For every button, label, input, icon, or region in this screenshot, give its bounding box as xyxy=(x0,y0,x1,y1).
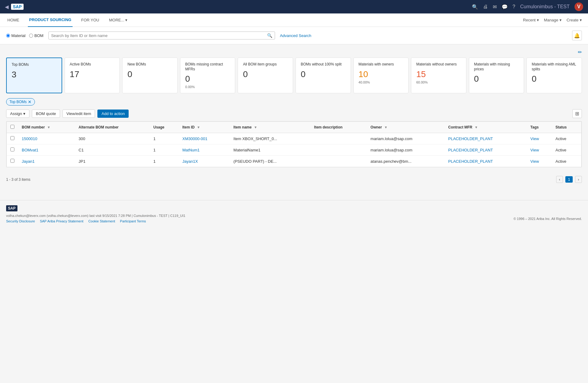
notification-bell-button[interactable]: 🔔 xyxy=(572,31,582,40)
print-icon[interactable]: 🖨 xyxy=(483,4,488,9)
back-button[interactable]: ◀ xyxy=(5,4,9,10)
cell-item-name: Item XBOX_SHORT_0... xyxy=(230,133,310,144)
filter-tag-top-boms[interactable]: Top BOMs ✕ xyxy=(6,98,35,106)
tile-new-boms[interactable]: New BOMs 0 xyxy=(122,58,178,93)
assign-button[interactable]: Assign ▾ xyxy=(6,110,29,118)
material-radio[interactable] xyxy=(6,34,10,38)
cell-owner: atanas.penchev@bm... xyxy=(367,156,445,167)
recent-dropdown[interactable]: Recent ▾ xyxy=(523,18,539,22)
top-navigation: ◀ SAP 🔍 🖨 ✉ 💬 ? Cumulonimbus - TEST V xyxy=(0,0,588,13)
sap-ariba-privacy-link[interactable]: SAP Ariba Privacy Statement xyxy=(40,219,83,223)
edit-tiles-icon[interactable]: ✏ xyxy=(578,49,582,55)
search-input-wrapper: 🔍 xyxy=(48,32,275,39)
row-checkbox[interactable] xyxy=(10,159,14,163)
filter-tag-close-icon[interactable]: ✕ xyxy=(28,99,32,104)
row-checkbox[interactable] xyxy=(10,147,14,151)
tile-boms-without-100-split[interactable]: BOMs without 100% split 0 xyxy=(296,58,351,93)
contract-mfr-filter-icon[interactable]: ▼ xyxy=(475,125,478,129)
cell-usage: 1 xyxy=(150,144,179,156)
bom-number-link[interactable]: BOMvat1 xyxy=(22,148,38,152)
nav-more[interactable]: MORE... ▾ xyxy=(108,13,129,27)
cell-bom-number: Jayan1 xyxy=(18,156,75,167)
row-checkbox[interactable] xyxy=(10,136,14,140)
nav-home[interactable]: HOME xyxy=(6,13,21,27)
tile-materials-with-missing-aml-splits[interactable]: Materials with missing AML splits 0 xyxy=(526,58,582,93)
contract-mfr-link[interactable]: PLACEHOLDER_PLANT xyxy=(448,136,493,141)
cookie-statement-link[interactable]: Cookie Statement xyxy=(88,219,115,223)
cell-bom-number: BOMvat1 xyxy=(18,144,75,156)
row-checkbox-cell xyxy=(7,144,18,156)
table-settings-button[interactable]: ⊞ xyxy=(572,109,582,118)
item-id-link[interactable]: MatNum1 xyxy=(183,148,200,152)
cell-usage: 1 xyxy=(150,156,179,167)
add-to-action-button[interactable]: Add to action xyxy=(97,110,129,118)
tags-view-link[interactable]: View xyxy=(530,148,539,152)
create-dropdown[interactable]: Create ▾ xyxy=(567,18,582,22)
filter-tags-row: Top BOMs ✕ xyxy=(6,98,582,106)
col-item-description: Item description xyxy=(311,122,367,133)
tile-top-boms[interactable]: Top BOMs 3 xyxy=(6,58,62,93)
footer-links: Security Disclosure SAP Ariba Privacy St… xyxy=(6,219,146,223)
sap-logo: SAP xyxy=(11,4,24,10)
cell-item-description xyxy=(311,156,367,167)
manage-dropdown[interactable]: Manage ▾ xyxy=(544,18,562,22)
tile-materials-with-missing-prices[interactable]: Materials with missing prices 0 xyxy=(469,58,524,93)
chat-icon[interactable]: 💬 xyxy=(502,4,508,10)
bom-number-link[interactable]: Jayan1 xyxy=(22,159,35,164)
security-disclosure-link[interactable]: Security Disclosure xyxy=(6,219,35,223)
search-input[interactable] xyxy=(51,33,267,38)
col-usage: Usage xyxy=(150,122,179,133)
tile-materials-without-owners[interactable]: Materials without owners 15 60.00% xyxy=(411,58,466,93)
participant-terms-link[interactable]: Participant Terms xyxy=(120,219,146,223)
advanced-search-link[interactable]: Advanced Search xyxy=(280,33,311,38)
tags-view-link[interactable]: View xyxy=(530,159,539,164)
mail-icon[interactable]: ✉ xyxy=(493,4,497,10)
tile-boms-missing-contract-mfrs[interactable]: BOMs missing contract MFRs 0 0.00% xyxy=(180,58,236,93)
footer-copyright: © 1996 – 2021 Ariba Inc. All Rights Rese… xyxy=(514,217,582,221)
bom-table: BOM number ▼ Alternate BOM number Usage … xyxy=(6,121,582,167)
secondary-navigation: HOME PRODUCT SOURCING FOR YOU MORE... ▾ … xyxy=(0,13,588,27)
nav-product-sourcing[interactable]: PRODUCT SOURCING xyxy=(28,13,73,27)
material-radio-label[interactable]: Material xyxy=(6,33,25,38)
nav-for-you[interactable]: FOR YOU xyxy=(80,13,100,27)
bom-number-link[interactable]: 1500010 xyxy=(22,136,37,141)
search-icon[interactable]: 🔍 xyxy=(472,4,478,10)
item-id-link[interactable]: Jayan1X xyxy=(183,159,198,164)
help-icon[interactable]: ? xyxy=(513,4,515,9)
bom-number-filter-icon[interactable]: ▼ xyxy=(47,125,51,129)
company-name: Cumulonimbus - TEST xyxy=(520,4,570,9)
table-row: BOMvat1 C1 1 MatNum1 MaterialName1 maria… xyxy=(7,144,582,156)
tile-all-bom-item-groups[interactable]: All BOM item groups 0 xyxy=(238,58,293,93)
col-bom-number: BOM number ▼ xyxy=(18,122,75,133)
cell-status: Active xyxy=(552,133,582,144)
col-alternate-bom-number: Alternate BOM number xyxy=(75,122,150,133)
next-page-button[interactable]: › xyxy=(575,176,582,183)
cell-contract-mfr: PLACEHOLDER_PLANT xyxy=(445,133,527,144)
current-page-button[interactable]: 1 xyxy=(565,176,572,183)
owner-filter-icon[interactable]: ▼ xyxy=(384,125,387,129)
col-contract-mfr: Contract MFR ▼ xyxy=(445,122,527,133)
item-name-filter-icon[interactable]: ▼ xyxy=(254,125,257,129)
footer-user-info: volha.chekun@leverx.com (volha.chekun@le… xyxy=(6,214,582,218)
item-id-filter-icon[interactable]: ▼ xyxy=(197,125,200,129)
table-row: 1500010 300 1 XM30000-001 Item XBOX_SHOR… xyxy=(7,133,582,144)
bom-radio[interactable] xyxy=(29,34,33,38)
cell-item-id: MatNum1 xyxy=(179,144,230,156)
bom-radio-label[interactable]: BOM xyxy=(29,33,43,38)
item-id-link[interactable]: XM30000-001 xyxy=(183,136,208,141)
search-submit-icon[interactable]: 🔍 xyxy=(267,33,272,38)
tags-view-link[interactable]: View xyxy=(530,136,539,141)
contract-mfr-link[interactable]: PLACEHOLDER_PLANT xyxy=(448,148,493,152)
tile-materials-with-owners[interactable]: Materials with owners 10 40.00% xyxy=(353,58,409,93)
bom-quote-button[interactable]: BOM quote xyxy=(32,110,60,118)
user-avatar[interactable]: V xyxy=(575,2,583,11)
view-edit-item-button[interactable]: View/edit item xyxy=(62,110,95,118)
tile-active-boms[interactable]: Active BOMs 17 xyxy=(65,58,120,93)
cell-item-name: MaterialName1 xyxy=(230,144,310,156)
footer: SAP volha.chekun@leverx.com (volha.cheku… xyxy=(0,200,588,228)
select-all-header xyxy=(7,122,18,133)
col-status: Status xyxy=(552,122,582,133)
select-all-checkbox[interactable] xyxy=(10,125,14,129)
contract-mfr-link[interactable]: PLACEHOLDER_PLANT xyxy=(448,159,493,164)
prev-page-button[interactable]: ‹ xyxy=(556,176,563,183)
